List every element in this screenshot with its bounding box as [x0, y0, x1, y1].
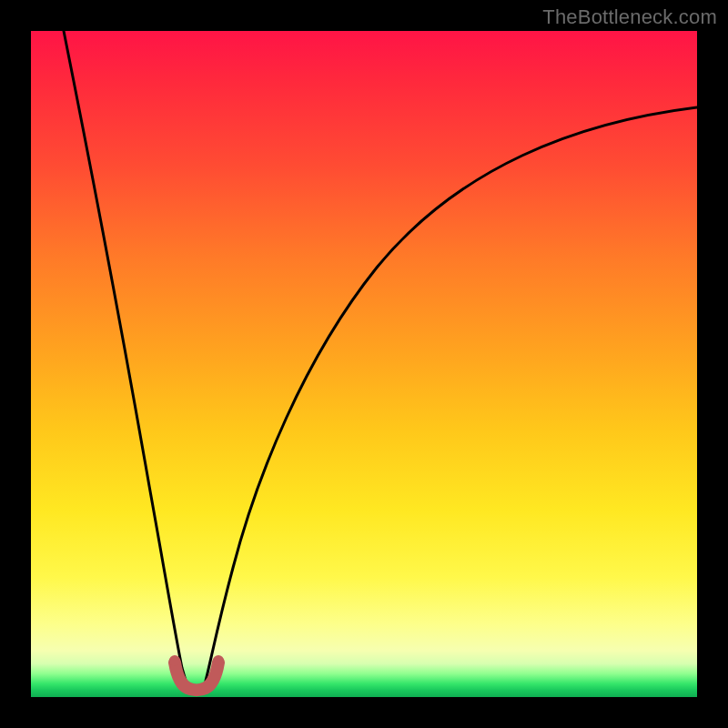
valley-marker [175, 662, 218, 690]
plot-area [31, 31, 697, 697]
watermark-text: TheBottleneck.com [542, 5, 717, 29]
chart-svg [31, 31, 697, 697]
valley-dot-right [213, 655, 224, 666]
chart-frame: TheBottleneck.com [0, 0, 728, 728]
valley-dot-left [169, 655, 180, 666]
curve-left-branch [64, 31, 186, 681]
curve-right-branch [206, 107, 697, 681]
